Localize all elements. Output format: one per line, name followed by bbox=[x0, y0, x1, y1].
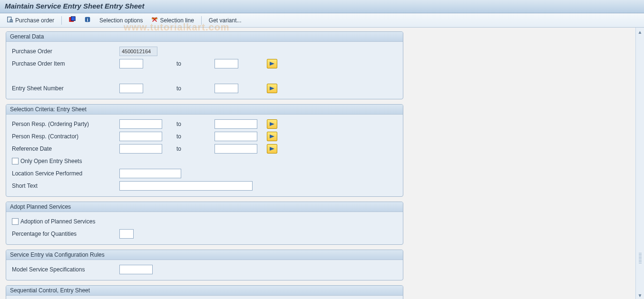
reference-date-to-input[interactable] bbox=[215, 144, 257, 154]
person-ordering-multiselect-button[interactable] bbox=[267, 119, 277, 129]
svg-rect-4 bbox=[71, 17, 75, 21]
main-column: General Data Purchase Order 4500012164 P… bbox=[0, 28, 409, 299]
vertical-scrollbar[interactable]: ▲ ▼ bbox=[635, 28, 644, 299]
short-text-input[interactable] bbox=[119, 181, 253, 191]
scroll-up-icon[interactable]: ▲ bbox=[638, 29, 643, 35]
svg-text:i: i bbox=[87, 17, 88, 22]
person-ordering-to-input[interactable] bbox=[215, 119, 257, 129]
group-title-general: General Data bbox=[6, 32, 403, 42]
percentage-label: Percentage for Quantities bbox=[10, 231, 119, 237]
scroll-down-icon[interactable]: ▼ bbox=[638, 293, 643, 298]
to-label: to bbox=[143, 85, 215, 92]
only-open-checkbox[interactable] bbox=[12, 158, 19, 164]
adoption-checkbox[interactable] bbox=[12, 218, 19, 225]
po-item-from-input[interactable] bbox=[119, 59, 143, 68]
toolbar-separator bbox=[201, 16, 202, 25]
search-po-icon bbox=[7, 16, 13, 24]
to-label: to bbox=[162, 133, 215, 140]
to-label: to bbox=[162, 145, 215, 152]
delete-line-icon bbox=[151, 16, 158, 24]
group-general-data: General Data Purchase Order 4500012164 P… bbox=[6, 31, 403, 99]
selection-line-label: Selection line bbox=[160, 17, 194, 24]
reference-date-from-input[interactable] bbox=[119, 144, 162, 154]
short-text-label: Short Text bbox=[10, 183, 119, 189]
info-button[interactable]: i bbox=[81, 15, 94, 25]
person-ordering-from-input[interactable] bbox=[119, 119, 162, 129]
scroll-grip-icon[interactable] bbox=[639, 253, 642, 264]
get-variant-label: Get variant... bbox=[209, 17, 242, 24]
person-contractor-label: Person Resp. (Contractor) bbox=[10, 133, 119, 140]
reference-date-label: Reference Date bbox=[10, 145, 119, 152]
model-spec-label: Model Service Specifications bbox=[10, 266, 119, 273]
page-title: Maintain Service Entry Sheet Entry Sheet bbox=[0, 0, 644, 13]
adoption-label: Adoption of Planned Services bbox=[20, 218, 95, 225]
entry-sheet-to-input[interactable] bbox=[215, 84, 238, 93]
only-open-checkbox-row[interactable]: Only Open Entry Sheets bbox=[10, 158, 119, 164]
purchase-order-value: 4500012164 bbox=[119, 47, 157, 56]
group-title-sequential: Sequential Control, Entry Sheet bbox=[6, 286, 403, 296]
person-ordering-label: Person Resp. (Ordering Party) bbox=[10, 121, 119, 127]
person-contractor-multiselect-button[interactable] bbox=[267, 132, 277, 141]
entry-sheet-multiselect-button[interactable] bbox=[267, 84, 277, 93]
location-input[interactable] bbox=[119, 169, 181, 178]
model-spec-input[interactable] bbox=[119, 265, 153, 274]
po-item-label: Purchase Order Item bbox=[10, 60, 119, 67]
group-selection-criteria: Selection Criteria: Entry Sheet Person R… bbox=[6, 104, 403, 197]
info-icon: i bbox=[84, 16, 91, 24]
location-label: Location Service Performed bbox=[10, 170, 119, 177]
group-adopt-planned: Adopt Planned Services Adoption of Plann… bbox=[6, 202, 403, 245]
reference-date-multiselect-button[interactable] bbox=[267, 144, 277, 154]
toolbar: Purchase order i Selection options Selec… bbox=[0, 13, 644, 28]
selection-options-button[interactable]: Selection options bbox=[97, 16, 146, 25]
to-label: to bbox=[143, 60, 215, 67]
group-title-selection: Selection Criteria: Entry Sheet bbox=[6, 105, 403, 115]
content-area: General Data Purchase Order 4500012164 P… bbox=[0, 28, 644, 299]
dynamic-selections-icon bbox=[69, 16, 76, 24]
toolbar-separator bbox=[61, 16, 62, 25]
group-config-rules: Service Entry via Configuration Rules Mo… bbox=[6, 250, 403, 280]
entry-sheet-label: Entry Sheet Number bbox=[10, 85, 119, 92]
entry-sheet-from-input[interactable] bbox=[119, 84, 143, 93]
po-item-multiselect-button[interactable] bbox=[267, 59, 277, 68]
selection-line-button[interactable]: Selection line bbox=[148, 15, 196, 25]
to-label: to bbox=[162, 121, 215, 127]
po-item-to-input[interactable] bbox=[215, 59, 238, 68]
svg-line-2 bbox=[12, 21, 13, 22]
purchase-order-label: Purchase order bbox=[15, 17, 54, 24]
only-open-label: Only Open Entry Sheets bbox=[20, 158, 82, 164]
person-contractor-to-input[interactable] bbox=[215, 132, 257, 141]
person-contractor-from-input[interactable] bbox=[119, 132, 162, 141]
group-title-config: Service Entry via Configuration Rules bbox=[6, 250, 403, 260]
dynamic-selections-button[interactable] bbox=[66, 15, 78, 25]
purchase-order-button[interactable]: Purchase order bbox=[4, 15, 57, 25]
selection-options-label: Selection options bbox=[99, 17, 143, 24]
group-sequential-control: Sequential Control, Entry Sheet Overview… bbox=[6, 285, 403, 299]
purchase-order-label: Purchase Order bbox=[10, 48, 119, 55]
adoption-checkbox-row[interactable]: Adoption of Planned Services bbox=[10, 218, 119, 225]
group-title-adopt: Adopt Planned Services bbox=[6, 202, 403, 212]
get-variant-button[interactable]: Get variant... bbox=[206, 16, 244, 25]
percentage-input[interactable] bbox=[119, 229, 134, 239]
